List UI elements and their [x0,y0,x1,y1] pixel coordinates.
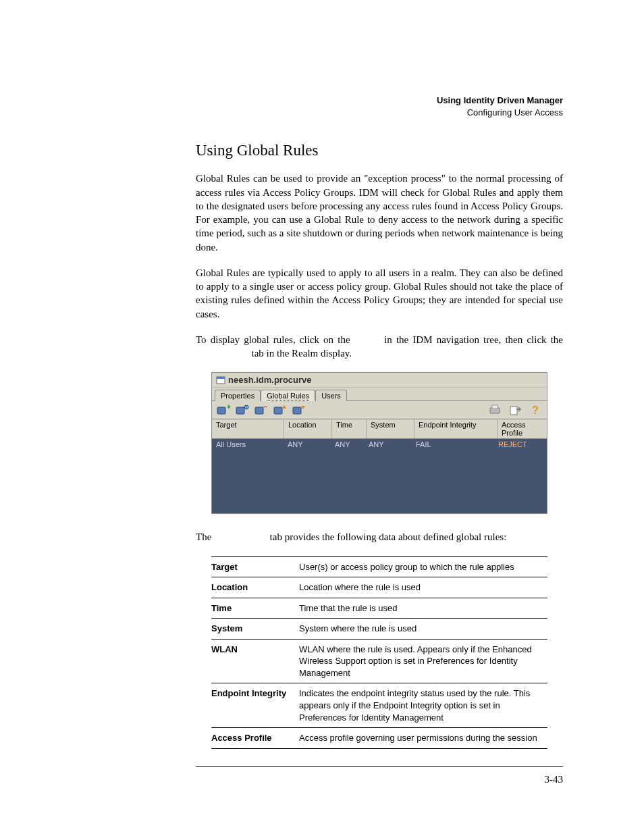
svg-text:?: ? [532,405,539,416]
post-panel-paragraph: The Global Rules tab provides the follow… [196,530,563,544]
tab-properties[interactable]: Properties [215,390,261,401]
delete-rule-icon[interactable]: – [254,402,269,417]
svg-rect-11 [492,405,498,409]
svg-rect-9 [293,407,301,414]
page-header: Using Identity Driven Manager Configurin… [196,95,563,119]
definition-row: Access ProfileAccess profile governing u… [211,728,547,749]
col-access-profile[interactable]: Access Profile [498,419,547,438]
print-icon[interactable] [487,402,502,417]
panel-titlebar: neesh.idm.procurve [212,373,547,388]
panel-title-text: neesh.idm.procurve [228,375,312,385]
definition-term: Access Profile [211,728,299,749]
help-icon[interactable]: ? [528,402,543,417]
definition-desc: User(s) or access policy group to which … [299,556,547,577]
tab-bar: Properties Global Rules Users [212,388,547,401]
paragraph-2: Global Rules are typically used to apply… [196,266,563,321]
col-system[interactable]: System [367,419,414,438]
col-target[interactable]: Target [212,419,284,438]
realm-icon [216,375,225,385]
svg-text:+: + [227,403,231,411]
footer-rule [196,766,563,767]
definition-term: System [211,619,299,640]
definition-term: Target [211,556,299,577]
add-rule-icon[interactable]: + [216,402,231,417]
svg-rect-1 [217,377,225,379]
move-down-icon[interactable] [292,402,306,417]
definition-row: LocationLocation where the rule is used [211,577,547,598]
definition-desc: Indicates the endpoint integrity status … [299,683,547,728]
page-number: 3-43 [196,774,563,785]
global-rules-panel: neesh.idm.procurve Properties Global Rul… [211,372,547,514]
svg-rect-12 [510,407,517,415]
tab-global-rules[interactable]: Global Rules [261,390,315,401]
definition-desc: Access profile governing user permission… [299,728,547,749]
paragraph-1: Global Rules can be used to provide an "… [196,172,563,254]
definition-row: Endpoint IntegrityIndicates the endpoint… [211,683,547,728]
col-endpoint-integrity[interactable]: Endpoint Integrity [414,419,498,438]
toolbar: + – [212,401,547,419]
definition-term: Location [211,577,299,598]
definition-term: Time [211,598,299,619]
svg-rect-8 [274,407,282,414]
table-row[interactable]: All Users ANY ANY ANY FAIL REJECT [212,439,547,450]
definitions-table: TargetUser(s) or access policy group to … [211,556,547,749]
section-heading: Using Global Rules [196,142,563,159]
definition-row: WLANWLAN where the rule is used. Appears… [211,639,547,683]
header-subtitle: Configuring User Access [196,107,563,119]
definition-term: Endpoint Integrity [211,683,299,728]
svg-rect-2 [217,407,225,414]
col-location[interactable]: Location [284,419,332,438]
definition-desc: WLAN where the rule is used. Appears onl… [299,639,547,683]
definition-row: SystemSystem where the rule is used [211,619,547,640]
svg-text:–: – [263,402,267,411]
col-time[interactable]: Time [332,419,367,438]
export-icon[interactable] [508,402,522,417]
paragraph-3: To display global rules, click on the Re… [196,333,563,361]
svg-rect-6 [255,407,263,414]
definition-row: TargetUser(s) or access policy group to … [211,556,547,577]
table-header: Target Location Time System Endpoint Int… [212,419,547,439]
definition-term: WLAN [211,639,299,683]
definition-row: TimeTime that the rule is used [211,598,547,619]
table-body: All Users ANY ANY ANY FAIL REJECT [212,439,547,513]
definition-desc: Time that the rule is used [299,598,547,619]
svg-point-5 [244,405,248,409]
definition-desc: Location where the rule is used [299,577,547,598]
edit-rule-icon[interactable] [235,402,250,417]
header-title: Using Identity Driven Manager [196,95,563,107]
definition-desc: System where the rule is used [299,619,547,640]
tab-users[interactable]: Users [315,390,347,401]
move-up-icon[interactable] [273,402,288,417]
svg-rect-4 [236,407,244,414]
